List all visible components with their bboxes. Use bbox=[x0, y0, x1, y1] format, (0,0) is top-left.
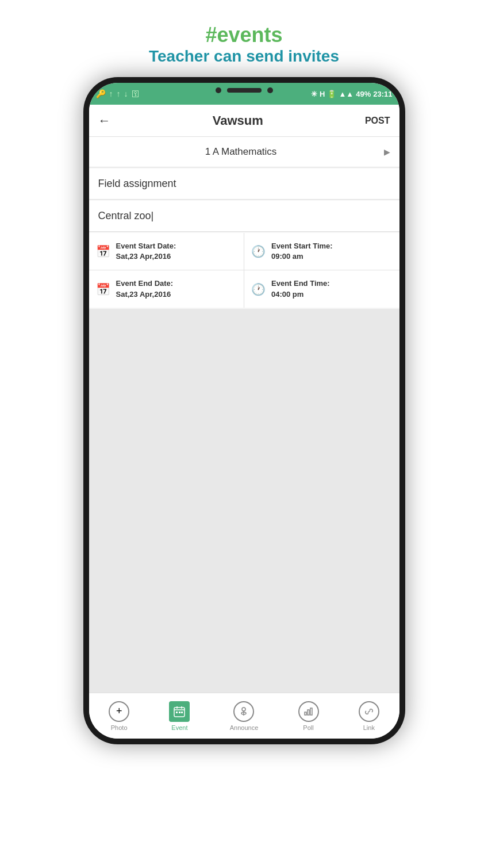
location-field[interactable]: Central zoo bbox=[89, 201, 399, 232]
nav-item-link[interactable]: Link bbox=[354, 699, 384, 733]
link-icon bbox=[359, 701, 379, 722]
end-date-cell[interactable]: 📅 Event End Date: Sat,23 Apr,2016 bbox=[89, 270, 245, 307]
event-icon bbox=[169, 701, 190, 722]
phone-device: 🔑 ↑ ↑ ↓ ⚿ ✳ H 🔋 ▲▲ 49% 23:11 ← Vawsum PO… bbox=[83, 77, 405, 744]
nav-item-event[interactable]: Event bbox=[164, 699, 194, 733]
bottom-navigation: + Photo Event bbox=[89, 693, 399, 739]
end-time-label: Event End Time: bbox=[271, 278, 330, 289]
svg-rect-5 bbox=[179, 712, 180, 713]
end-time-value: 04:00 pm bbox=[271, 289, 330, 300]
svg-rect-11 bbox=[308, 710, 309, 715]
status-time: 23:11 bbox=[373, 90, 392, 98]
clock-start-icon: 🕐 bbox=[251, 244, 266, 258]
dropdown-arrow-icon: ▶ bbox=[384, 147, 390, 156]
datetime-grid: 📅 Event Start Date: Sat,23 Apr,2016 🕐 Ev… bbox=[89, 233, 399, 308]
front-sensor bbox=[267, 87, 273, 93]
nav-label-photo: Photo bbox=[111, 724, 128, 731]
network-icon: H bbox=[320, 90, 325, 98]
battery-icon: 🔋 bbox=[327, 90, 336, 98]
status-icon-4: ↓ bbox=[124, 89, 128, 98]
nav-label-link: Link bbox=[363, 724, 375, 731]
title-input[interactable]: Field assignment bbox=[98, 178, 390, 190]
end-time-cell[interactable]: 🕐 Event End Time: 04:00 pm bbox=[244, 270, 399, 307]
post-button[interactable]: POST bbox=[365, 116, 390, 126]
status-left-icons: 🔑 ↑ ↑ ↓ ⚿ bbox=[96, 89, 140, 98]
phone-screen: 🔑 ↑ ↑ ↓ ⚿ ✳ H 🔋 ▲▲ 49% 23:11 ← Vawsum PO… bbox=[89, 83, 399, 739]
nav-label-event: Event bbox=[171, 724, 187, 731]
svg-rect-4 bbox=[176, 712, 178, 713]
title-field[interactable]: Field assignment bbox=[89, 169, 399, 200]
status-bar: 🔑 ↑ ↑ ↓ ⚿ ✳ H 🔋 ▲▲ 49% 23:11 bbox=[89, 83, 399, 105]
status-right: ✳ H 🔋 ▲▲ 49% 23:11 bbox=[311, 90, 392, 98]
nav-label-announce: Announce bbox=[230, 724, 259, 731]
nav-item-photo[interactable]: + Photo bbox=[104, 699, 134, 733]
svg-rect-10 bbox=[305, 712, 306, 715]
app-title: Vawsum bbox=[213, 113, 263, 128]
page-header: #events Teacher can send invites bbox=[149, 23, 339, 66]
subject-selector[interactable]: 1 A Mathematics ▶ bbox=[89, 137, 399, 167]
nav-item-poll[interactable]: Poll bbox=[294, 699, 324, 733]
bluetooth-icon: ✳ bbox=[311, 90, 317, 98]
start-time-value: 09:00 am bbox=[271, 251, 333, 262]
empty-content-area bbox=[89, 309, 399, 693]
svg-rect-6 bbox=[181, 712, 183, 713]
start-date-label: Event Start Date: bbox=[116, 241, 176, 251]
photo-icon: + bbox=[109, 701, 129, 722]
hashtag-title: #events bbox=[149, 23, 339, 47]
announce-icon bbox=[233, 701, 254, 722]
status-icon-2: ↑ bbox=[109, 89, 113, 98]
back-button[interactable]: ← bbox=[98, 113, 111, 128]
calendar-start-icon: 📅 bbox=[96, 244, 110, 258]
nav-item-announce[interactable]: Announce bbox=[225, 699, 263, 733]
status-icon-1: 🔑 bbox=[96, 89, 106, 98]
signal-icon: ▲▲ bbox=[339, 90, 353, 98]
battery-percent: 49% bbox=[356, 90, 371, 98]
end-date-value: Sat,23 Apr,2016 bbox=[116, 289, 174, 300]
status-icon-3: ↑ bbox=[117, 89, 121, 98]
poll-icon bbox=[298, 701, 319, 722]
phone-notch bbox=[216, 87, 273, 93]
location-input[interactable]: Central zoo bbox=[98, 210, 390, 222]
start-date-row: 📅 Event Start Date: Sat,23 Apr,2016 🕐 Ev… bbox=[89, 233, 399, 270]
start-date-cell[interactable]: 📅 Event Start Date: Sat,23 Apr,2016 bbox=[89, 233, 245, 270]
content-area: 1 A Mathematics ▶ Field assignment Centr… bbox=[89, 137, 399, 693]
end-date-label: Event End Date: bbox=[116, 278, 174, 289]
subject-text: 1 A Mathematics bbox=[98, 146, 384, 158]
subtitle-text: Teacher can send invites bbox=[149, 47, 339, 66]
svg-point-7 bbox=[242, 708, 245, 711]
speaker-grille bbox=[227, 88, 262, 93]
start-date-value: Sat,23 Apr,2016 bbox=[116, 251, 176, 262]
calendar-end-icon: 📅 bbox=[96, 282, 110, 296]
clock-end-icon: 🕐 bbox=[251, 282, 266, 296]
status-icon-key: ⚿ bbox=[132, 89, 140, 98]
nav-label-poll: Poll bbox=[303, 724, 313, 731]
app-bar: ← Vawsum POST bbox=[89, 105, 399, 137]
svg-rect-12 bbox=[310, 708, 312, 715]
start-time-cell[interactable]: 🕐 Event Start Time: 09:00 am bbox=[244, 233, 399, 270]
start-time-label: Event Start Time: bbox=[271, 241, 333, 251]
front-camera bbox=[216, 87, 221, 93]
end-date-row: 📅 Event End Date: Sat,23 Apr,2016 🕐 Even… bbox=[89, 270, 399, 307]
